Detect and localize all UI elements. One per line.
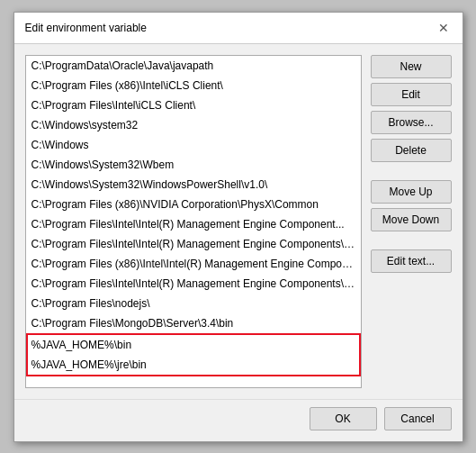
list-item[interactable]: C:\Program Files\Intel\Intel(R) Manageme… — [26, 234, 361, 254]
new-button[interactable]: New — [371, 55, 452, 78]
delete-button[interactable]: Delete — [371, 139, 452, 162]
list-item[interactable]: C:\Program Files\Intel\Intel(R) Manageme… — [26, 214, 361, 234]
edit-env-variable-dialog: Edit environment variable ✕ C:\ProgramDa… — [13, 12, 463, 442]
list-item[interactable]: C:\Program Files\Intel\iCLS Client\ — [26, 95, 361, 115]
ok-button[interactable]: OK — [310, 407, 377, 430]
dialog-body: C:\ProgramData\Oracle\Java\javapathC:\Pr… — [14, 44, 463, 399]
move-down-button[interactable]: Move Down — [371, 208, 452, 231]
list-item[interactable]: C:\Program Files (x86)\Intel\Intel(R) Ma… — [26, 254, 361, 274]
list-item[interactable]: C:\Program Files\MongoDB\Server\3.4\bin — [26, 313, 361, 333]
cancel-button[interactable]: Cancel — [384, 407, 452, 430]
list-item[interactable]: C:\Program Files\nodejs\ — [26, 294, 361, 313]
list-item[interactable]: C:\Windows\system32 — [26, 115, 361, 135]
dialog-title: Edit environment variable — [25, 22, 147, 34]
close-button[interactable]: ✕ — [436, 20, 452, 36]
list-item[interactable]: C:\Windows\System32\WindowsPowerShell\v1… — [26, 175, 361, 195]
edit-button[interactable]: Edit — [371, 83, 452, 106]
list-item[interactable]: C:\Windows\System32\Wbem — [26, 155, 361, 175]
dialog-footer: OK Cancel — [14, 399, 463, 441]
env-variable-list[interactable]: C:\ProgramData\Oracle\Java\javapathC:\Pr… — [25, 55, 362, 388]
list-item[interactable]: %JAVA_HOME%\jre\bin — [26, 355, 361, 376]
browse-button[interactable]: Browse... — [371, 111, 452, 134]
move-up-button[interactable]: Move Up — [371, 180, 452, 204]
list-item[interactable]: C:\Program Files\Intel\Intel(R) Manageme… — [26, 274, 361, 294]
list-item[interactable]: %JAVA_HOME%\bin — [26, 333, 361, 355]
list-item[interactable]: C:\ProgramData\Oracle\Java\javapath — [26, 56, 361, 76]
list-item[interactable]: C:\Program Files (x86)\NVIDIA Corporatio… — [26, 195, 361, 214]
edit-text-button[interactable]: Edit text... — [371, 249, 452, 273]
list-item[interactable]: C:\Program Files (x86)\Intel\iCLS Client… — [26, 76, 361, 95]
title-bar: Edit environment variable ✕ — [14, 13, 463, 44]
list-item[interactable]: C:\Windows — [26, 135, 361, 155]
buttons-panel: New Edit Browse... Delete Move Up Move D… — [371, 55, 452, 388]
